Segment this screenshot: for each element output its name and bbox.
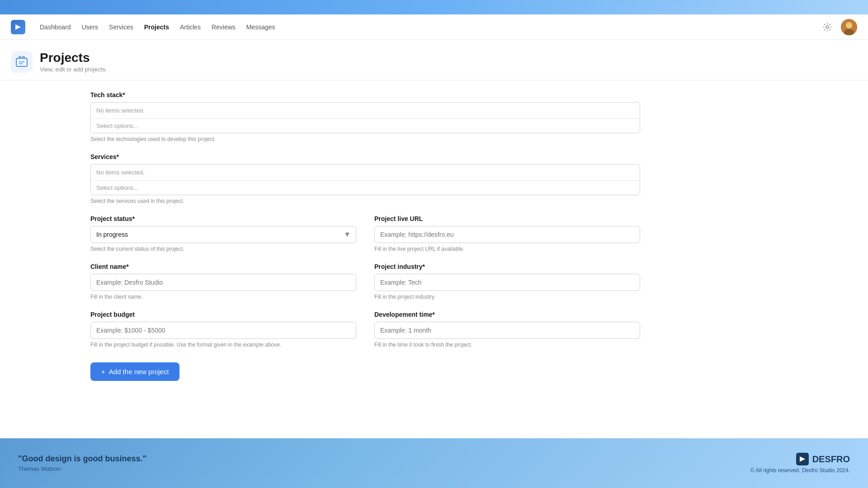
- development-time-label: Developement time*: [374, 311, 640, 318]
- add-project-button[interactable]: + Add the new project: [90, 362, 179, 381]
- nav-dashboard[interactable]: Dashboard: [40, 22, 71, 33]
- svg-rect-5: [16, 58, 27, 66]
- development-time-col: Developement time* Fill in the time it t…: [374, 311, 640, 348]
- project-status-col: Project status* In progress Completed On…: [90, 215, 356, 252]
- client-name-input[interactable]: [90, 274, 356, 291]
- tech-stack-label: Tech stack*: [90, 91, 640, 99]
- project-status-wrapper: In progress Completed On hold Cancelled …: [90, 226, 356, 243]
- nav-links: Dashboard Users Services Projects Articl…: [40, 22, 821, 33]
- client-industry-row: Client name* Fill in the client name. Pr…: [90, 263, 640, 300]
- footer-logo-icon: [796, 453, 809, 465]
- page-header: Projects View, edit or add projects.: [0, 40, 868, 80]
- project-industry-col: Project industry* Fill in the project in…: [374, 263, 640, 300]
- services-input[interactable]: Select options...: [91, 181, 640, 195]
- budget-time-row: Project budget Fill in the project budge…: [90, 311, 640, 348]
- client-name-col: Client name* Fill in the client name.: [90, 263, 356, 300]
- project-industry-label: Project industry*: [374, 263, 640, 270]
- nav-users[interactable]: Users: [82, 22, 99, 33]
- services-select[interactable]: No items selected. Select options...: [90, 164, 640, 195]
- project-budget-input[interactable]: [90, 322, 356, 339]
- status-url-row: Project status* In progress Completed On…: [90, 215, 640, 252]
- navbar: Dashboard Users Services Projects Articl…: [0, 14, 868, 40]
- nav-messages[interactable]: Messages: [246, 22, 275, 33]
- footer-copyright: © All rights reserved. Desfro Studio 202…: [750, 467, 850, 474]
- project-url-col: Project live URL Fill in the live projec…: [374, 215, 640, 252]
- svg-marker-0: [15, 24, 21, 30]
- services-group: Services* No items selected. Select opti…: [90, 153, 640, 204]
- project-budget-label: Project budget: [90, 311, 356, 318]
- tech-stack-selected: No items selected.: [91, 103, 640, 119]
- tech-stack-input[interactable]: Select options...: [91, 119, 640, 133]
- divider: [0, 80, 868, 80]
- nav-projects[interactable]: Projects: [144, 22, 169, 33]
- development-time-hint: Fill in the time it took to finish the p…: [374, 342, 640, 348]
- services-selected: No items selected.: [91, 164, 640, 181]
- services-hint: Select the services used in this project…: [90, 198, 640, 204]
- quote-text: "Good design is good business.": [18, 454, 146, 464]
- services-label: Services*: [90, 153, 640, 160]
- svg-point-1: [826, 26, 829, 28]
- project-status-label: Project status*: [90, 215, 356, 222]
- project-status-hint: Select the current status of this projec…: [90, 246, 356, 252]
- project-status-select[interactable]: In progress Completed On hold Cancelled: [90, 226, 356, 243]
- quote-author: Thomas Watson: [18, 465, 146, 472]
- plus-icon: +: [101, 368, 105, 375]
- svg-marker-8: [800, 456, 805, 462]
- project-url-hint: Fill in the live project URL if availabl…: [374, 246, 640, 252]
- nav-services[interactable]: Services: [109, 22, 133, 33]
- main-content: Tech stack* No items selected. Select op…: [0, 91, 651, 438]
- project-budget-hint: Fill in the project budget if possible. …: [90, 342, 356, 348]
- project-url-label: Project live URL: [374, 215, 640, 222]
- page-title: Projects: [40, 51, 107, 65]
- tech-stack-group: Tech stack* No items selected. Select op…: [90, 91, 640, 142]
- footer-quote: "Good design is good business." Thomas W…: [18, 454, 146, 472]
- logo[interactable]: [11, 20, 25, 34]
- top-bar: [0, 0, 868, 14]
- logo-icon: [11, 20, 25, 34]
- page-title-group: Projects View, edit or add projects.: [40, 51, 107, 73]
- project-industry-input[interactable]: [374, 274, 640, 291]
- nav-articles[interactable]: Articles: [180, 22, 201, 33]
- project-industry-hint: Fill in the project industry.: [374, 294, 640, 300]
- submit-button-label: Add the new project: [109, 368, 169, 375]
- footer-logo: DESFRO: [796, 453, 850, 465]
- tech-stack-hint: Select the technologies used to develop …: [90, 136, 640, 142]
- nav-right: [821, 19, 857, 35]
- avatar[interactable]: [841, 19, 857, 35]
- form-section: Tech stack* No items selected. Select op…: [90, 91, 640, 381]
- tech-stack-select[interactable]: No items selected. Select options...: [90, 102, 640, 133]
- development-time-input[interactable]: [374, 322, 640, 339]
- footer-brand: DESFRO © All rights reserved. Desfro Stu…: [750, 453, 850, 474]
- client-name-label: Client name*: [90, 263, 356, 270]
- page-subtitle: View, edit or add projects.: [40, 66, 107, 73]
- project-url-input[interactable]: [374, 226, 640, 243]
- client-name-hint: Fill in the client name.: [90, 294, 356, 300]
- settings-icon[interactable]: [821, 21, 834, 33]
- footer: "Good design is good business." Thomas W…: [0, 438, 868, 488]
- footer-brand-name: DESFRO: [812, 454, 850, 465]
- project-budget-col: Project budget Fill in the project budge…: [90, 311, 356, 348]
- page-icon: [11, 51, 33, 73]
- svg-point-3: [846, 22, 852, 28]
- nav-reviews[interactable]: Reviews: [212, 22, 236, 33]
